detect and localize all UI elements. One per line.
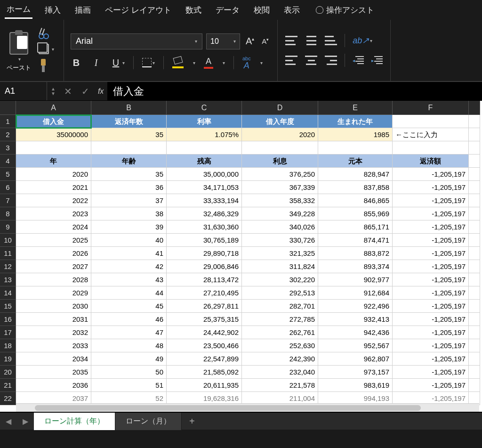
cell-C16[interactable]: 25,375,315 — [167, 313, 242, 326]
cell-E4[interactable]: 元本 — [318, 155, 393, 168]
cell-G7[interactable] — [469, 194, 480, 207]
cell-D17[interactable]: 262,761 — [242, 326, 318, 339]
column-header-A[interactable]: A — [16, 101, 91, 115]
cell-A6[interactable]: 2021 — [16, 181, 91, 194]
row-header-2[interactable]: 2 — [0, 128, 16, 141]
cell-C17[interactable]: 24,442,902 — [167, 326, 242, 339]
cell-C20[interactable]: 21,585,092 — [167, 366, 242, 379]
cell-A1[interactable]: 借入金 — [16, 115, 91, 128]
cell-F13[interactable]: -1,205,197 — [393, 273, 469, 286]
cell-G14[interactable] — [469, 286, 480, 300]
row-header-20[interactable]: 20 — [0, 366, 16, 379]
cell-B21[interactable]: 51 — [91, 379, 167, 392]
copy-button[interactable]: ▾ — [39, 44, 54, 54]
cell-E5[interactable]: 828,947 — [318, 168, 393, 181]
cell-G21[interactable] — [469, 379, 480, 392]
cell-F7[interactable]: -1,205,197 — [393, 194, 469, 207]
cell-G2[interactable] — [469, 128, 480, 141]
cell-row3-3[interactable] — [242, 141, 318, 155]
underline-button[interactable]: U▾ — [110, 57, 125, 68]
cell-A13[interactable]: 2028 — [16, 273, 91, 286]
cell-D1[interactable]: 借入年度 — [242, 115, 318, 128]
cell-F18[interactable]: -1,205,197 — [393, 339, 469, 352]
cell-E11[interactable]: 883,872 — [318, 247, 393, 260]
tab-data[interactable]: データ — [214, 2, 241, 18]
paste-button[interactable]: ▾ ペースト — [7, 29, 31, 72]
cell-E1[interactable]: 生まれた年 — [318, 115, 393, 128]
cell-A12[interactable]: 2027 — [16, 260, 91, 273]
cell-E19[interactable]: 962,807 — [318, 352, 393, 366]
tab-page-layout[interactable]: ページ レイアウト — [103, 2, 173, 18]
cell-A14[interactable]: 2029 — [16, 286, 91, 300]
cell-D8[interactable]: 349,228 — [242, 207, 318, 220]
cell-row3-6[interactable] — [469, 141, 480, 155]
cell-E17[interactable]: 942,436 — [318, 326, 393, 339]
cell-F8[interactable]: -1,205,197 — [393, 207, 469, 220]
cell-A17[interactable]: 2032 — [16, 326, 91, 339]
cell-A2[interactable]: 35000000 — [16, 128, 91, 141]
cut-button[interactable] — [39, 29, 54, 39]
cell-D9[interactable]: 340,026 — [242, 220, 318, 234]
cell-C13[interactable]: 28,113,472 — [167, 273, 242, 286]
cell-A19[interactable]: 2034 — [16, 352, 91, 366]
cell-F12[interactable]: -1,205,197 — [393, 260, 469, 273]
fx-icon[interactable]: fx — [94, 87, 107, 96]
column-header-D[interactable]: D — [242, 101, 318, 115]
cell-F4[interactable]: 返済額 — [393, 155, 469, 168]
cell-G10[interactable] — [469, 234, 480, 247]
row-header-9[interactable]: 9 — [0, 220, 16, 234]
sheet-tab-1[interactable]: ローン（月） — [115, 413, 182, 430]
column-header-B[interactable]: B — [91, 101, 167, 115]
cell-B1[interactable]: 返済年数 — [91, 115, 167, 128]
cell-D2[interactable]: 2020 — [242, 128, 318, 141]
cell-B13[interactable]: 43 — [91, 273, 167, 286]
cell-B16[interactable]: 46 — [91, 313, 167, 326]
cell-D11[interactable]: 321,325 — [242, 247, 318, 260]
row-header-19[interactable]: 19 — [0, 352, 16, 366]
cell-B12[interactable]: 42 — [91, 260, 167, 273]
select-all-corner[interactable] — [0, 101, 16, 115]
cell-F17[interactable]: -1,205,197 — [393, 326, 469, 339]
cell-D5[interactable]: 376,250 — [242, 168, 318, 181]
cell-B10[interactable]: 40 — [91, 234, 167, 247]
cell-D6[interactable]: 367,339 — [242, 181, 318, 194]
italic-button[interactable]: I — [90, 57, 102, 68]
cell-E18[interactable]: 952,567 — [318, 339, 393, 352]
cell-A9[interactable]: 2024 — [16, 220, 91, 234]
sheet-nav-prev[interactable]: ◀ — [0, 417, 17, 426]
row-header-13[interactable]: 13 — [0, 273, 16, 286]
cell-F2[interactable]: ←ここに入力 — [393, 128, 469, 141]
horizontal-scrollbar[interactable] — [16, 403, 479, 412]
cell-E16[interactable]: 932,413 — [318, 313, 393, 326]
cell-B5[interactable]: 35 — [91, 168, 167, 181]
cell-B11[interactable]: 41 — [91, 247, 167, 260]
cell-F1[interactable] — [393, 115, 469, 128]
cell-B7[interactable]: 37 — [91, 194, 167, 207]
cell-G1[interactable] — [469, 115, 480, 128]
row-header-17[interactable]: 17 — [0, 326, 16, 339]
cell-C11[interactable]: 29,890,718 — [167, 247, 242, 260]
format-painter-button[interactable] — [39, 59, 54, 72]
align-bottom-button[interactable] — [325, 36, 337, 45]
cell-D7[interactable]: 358,332 — [242, 194, 318, 207]
row-header-1[interactable]: 1 — [0, 115, 16, 128]
add-sheet-button[interactable]: + — [182, 416, 202, 427]
row-header-7[interactable]: 7 — [0, 194, 16, 207]
cell-E2[interactable]: 1985 — [318, 128, 393, 141]
cell-G16[interactable] — [469, 313, 480, 326]
cell-A5[interactable]: 2020 — [16, 168, 91, 181]
cell-B17[interactable]: 47 — [91, 326, 167, 339]
cell-E12[interactable]: 893,374 — [318, 260, 393, 273]
cell-A7[interactable]: 2022 — [16, 194, 91, 207]
cell-C19[interactable]: 22,547,899 — [167, 352, 242, 366]
cell-A4[interactable]: 年 — [16, 155, 91, 168]
cell-A15[interactable]: 2030 — [16, 300, 91, 313]
cell-D19[interactable]: 242,390 — [242, 352, 318, 366]
cell-B20[interactable]: 50 — [91, 366, 167, 379]
tab-formulas[interactable]: 数式 — [184, 2, 203, 18]
cell-E9[interactable]: 865,171 — [318, 220, 393, 234]
cell-B19[interactable]: 49 — [91, 352, 167, 366]
cell-B9[interactable]: 39 — [91, 220, 167, 234]
column-header-F[interactable]: F — [393, 101, 469, 115]
cell-B14[interactable]: 44 — [91, 286, 167, 300]
